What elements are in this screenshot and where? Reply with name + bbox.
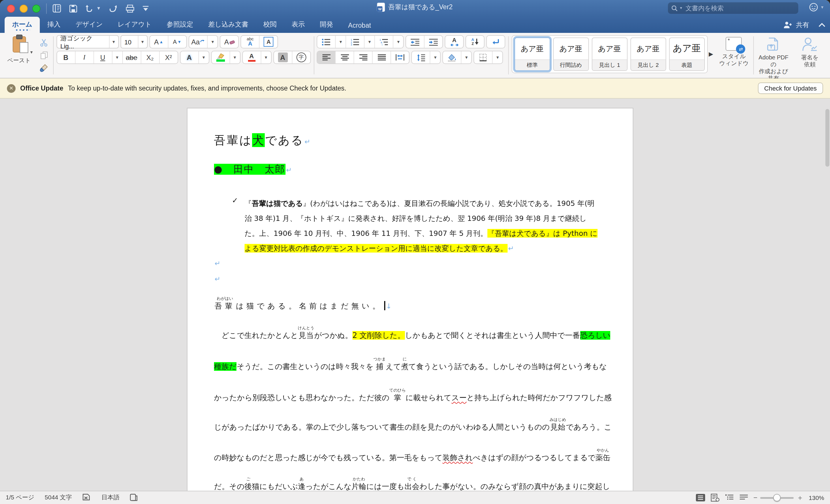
request-signatures-button[interactable]: x 署名を依頼 [793, 34, 827, 77]
zoom-slider-thumb[interactable] [773, 494, 781, 501]
paste-button[interactable]: ▼ ペースト [3, 34, 35, 64]
macro-record-icon[interactable] [130, 493, 137, 502]
text-effects-button[interactable]: A [180, 51, 199, 63]
shading-button[interactable] [443, 51, 461, 63]
view-print-layout-icon[interactable] [710, 494, 719, 501]
zoom-out-button[interactable]: − [753, 494, 757, 502]
close-window-button[interactable] [7, 4, 15, 12]
customize-toolbar-button[interactable] [142, 5, 149, 11]
subscript-button[interactable]: X₂ [141, 51, 159, 63]
tab-design[interactable]: デザイン [68, 17, 110, 33]
shading-dropdown[interactable]: ▼ [461, 51, 471, 63]
share-button[interactable]: 共有 [783, 21, 809, 29]
minimize-window-button[interactable] [20, 4, 28, 12]
adobe-pdf-button[interactable]: Adobe PDF の作成および共有 [757, 34, 790, 77]
language-indicator[interactable]: 日本語 [101, 494, 120, 502]
document-search[interactable]: ▾ [668, 2, 798, 14]
highlight-button[interactable] [212, 51, 230, 63]
font-color-button[interactable]: A [243, 51, 261, 63]
increase-indent-button[interactable] [424, 36, 442, 48]
bold-button[interactable]: B [57, 51, 75, 63]
undo-dropdown[interactable]: ▼ [96, 6, 101, 11]
character-shading-button[interactable]: A [274, 51, 292, 63]
justify-button[interactable] [373, 51, 391, 63]
strikethrough-button[interactable]: abe [123, 51, 141, 63]
tab-insert[interactable]: 挿入 [40, 17, 68, 33]
style-title[interactable]: あア亜 表題 [669, 37, 705, 71]
feedback-control[interactable]: ▼ [809, 3, 824, 11]
distribute-button[interactable] [391, 51, 409, 63]
tab-review[interactable]: 校閲 [256, 17, 284, 33]
phonetic-guide-button[interactable]: abcA [242, 36, 260, 48]
highlight-dropdown[interactable]: ▼ [230, 51, 240, 63]
style-no-spacing[interactable]: あア亜 行間詰め [553, 37, 588, 71]
save-button[interactable] [69, 4, 77, 12]
clear-formatting-button[interactable]: A [221, 36, 238, 48]
copy-button[interactable] [37, 49, 50, 61]
text-effects-dropdown[interactable]: ▼ [199, 51, 209, 63]
zoom-in-button[interactable]: ＋ [797, 493, 803, 503]
cut-button[interactable] [37, 37, 50, 48]
undo-button[interactable]: ▼ [85, 4, 101, 12]
style-normal[interactable]: あア亜 標準 [514, 37, 550, 71]
multilevel-list-button[interactable]: 1ai [375, 36, 393, 48]
enclose-character-button[interactable]: 字 [292, 51, 310, 63]
shrink-font-button[interactable]: A▼ [168, 36, 186, 48]
decrease-indent-button[interactable] [406, 36, 424, 48]
italic-button[interactable]: I [75, 51, 94, 63]
check-for-updates-button[interactable]: Check for Updates [758, 82, 823, 94]
align-center-button[interactable] [336, 51, 354, 63]
format-painter-button[interactable] [37, 62, 50, 74]
style-window-button[interactable]: ⇄ スタイルウィンドウ [717, 34, 751, 77]
superscript-button[interactable]: X² [159, 51, 178, 63]
text-direction-button[interactable]: A [445, 36, 463, 48]
vertical-scrollbar-thumb[interactable] [825, 109, 829, 167]
tab-developer[interactable]: 開発 [312, 17, 341, 33]
tab-home[interactable]: ホーム [5, 17, 40, 33]
tab-references[interactable]: 参照設定 [159, 17, 201, 33]
search-scope-dropdown[interactable]: ▾ [680, 6, 682, 10]
show-marks-button[interactable] [487, 36, 505, 48]
tab-mailings[interactable]: 差し込み文書 [201, 17, 256, 33]
document-canvas[interactable]: 吾輩は犬である↵ ● 田中 太郎↵ ✓ 『吾輩は猫である』(わがはいはねこである… [0, 99, 830, 491]
grow-font-button[interactable]: A▲ [150, 36, 168, 48]
align-right-button[interactable] [354, 51, 373, 63]
style-heading2[interactable]: あア亜 見出し 2 [630, 37, 666, 71]
change-case-dropdown[interactable]: ▼ [208, 36, 218, 48]
document-page[interactable]: 吾輩は犬である↵ ● 田中 太郎↵ ✓ 『吾輩は猫である』(わがはいはねこである… [187, 108, 633, 491]
search-input[interactable] [684, 4, 795, 12]
new-document-button[interactable] [53, 4, 61, 13]
page-indicator[interactable]: 1/5 ページ [6, 494, 34, 502]
line-spacing-dropdown[interactable]: ▼ [430, 51, 440, 63]
zoom-level[interactable]: 130% [809, 494, 824, 501]
word-count[interactable]: 5044 文字 [45, 494, 72, 502]
numbered-list-dropdown[interactable]: ▼ [364, 36, 375, 48]
zoom-slider-track[interactable] [760, 497, 794, 499]
tab-view[interactable]: 表示 [284, 17, 312, 33]
redo-button[interactable] [109, 4, 118, 12]
bullet-list-button[interactable] [317, 36, 336, 48]
numbered-list-button[interactable]: 123 [346, 36, 364, 48]
borders-button[interactable] [474, 51, 492, 63]
view-focus-icon[interactable] [696, 494, 705, 501]
font-color-dropdown[interactable]: ▼ [261, 51, 271, 63]
spellcheck-icon[interactable] [83, 494, 91, 502]
tab-acrobat[interactable]: Acrobat [341, 19, 378, 33]
view-draft-icon[interactable] [739, 494, 748, 501]
print-button[interactable] [126, 4, 134, 12]
styles-gallery-more-button[interactable]: ▶ [709, 51, 713, 57]
bullet-list-dropdown[interactable]: ▼ [336, 36, 346, 48]
borders-dropdown[interactable]: ▼ [492, 51, 502, 63]
line-spacing-button[interactable] [412, 51, 430, 63]
font-name-select[interactable]: 游ゴシック Lig... ▼ [56, 35, 119, 48]
align-left-button[interactable] [317, 51, 336, 63]
close-banner-icon[interactable]: ✕ [7, 84, 15, 93]
enclose-characters-button[interactable]: A [260, 36, 278, 48]
sort-button[interactable]: AZ [466, 36, 484, 48]
tab-layout[interactable]: レイアウト [110, 17, 159, 33]
underline-button[interactable]: U [94, 51, 112, 63]
style-heading1[interactable]: あア亜 見出し 1 [592, 37, 627, 71]
change-case-button[interactable]: Aa [189, 36, 208, 48]
multilevel-list-dropdown[interactable]: ▼ [393, 36, 403, 48]
font-size-select[interactable]: 10 ▼ [120, 35, 147, 48]
